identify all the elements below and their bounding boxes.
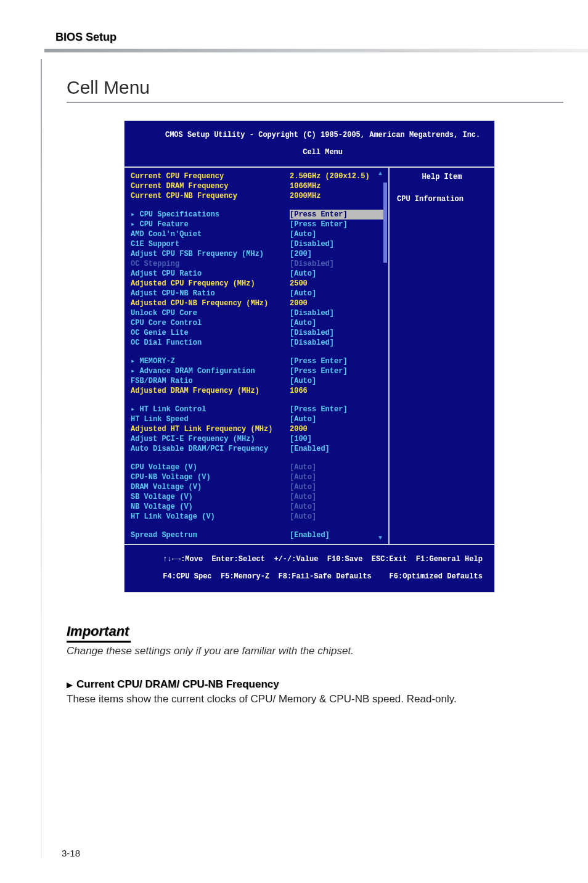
bios-setting-row: Current CPU-NB Frequency2000MHz xyxy=(131,191,383,201)
left-margin-rule xyxy=(41,59,42,858)
bios-setting-label: Adjust CPU FSB Frequency (MHz) xyxy=(131,249,290,259)
bios-setting-label: Auto Disable DRAM/PCI Frequency xyxy=(131,444,290,454)
bios-setting-label: HT Link Voltage (V) xyxy=(131,512,290,522)
bios-setting-label: AMD Cool'n'Quiet xyxy=(131,229,290,239)
bios-help-header: Help Item xyxy=(394,173,489,181)
bios-setting-label: C1E Support xyxy=(131,239,290,249)
bios-setting-row: FSB/DRAM Ratio[Auto] xyxy=(131,376,383,386)
important-underline xyxy=(67,641,131,643)
page-title-underline xyxy=(67,102,563,103)
bios-setting-value: [Press Enter] xyxy=(290,405,383,414)
bios-setting-value: [Auto] xyxy=(290,472,383,482)
bios-setting-value: [Auto] xyxy=(290,414,383,424)
bios-setting-label: Adjusted CPU-NB Frequency (MHz) xyxy=(131,298,290,308)
bios-setting-label: FSB/DRAM Ratio xyxy=(131,376,290,386)
bios-setting-row: C1E Support[Disabled] xyxy=(131,239,383,249)
bios-setting-value: [Disabled] xyxy=(290,239,383,249)
bios-setting-label: Adjust PCI-E Frequency (MHz) xyxy=(131,434,290,444)
scroll-up-icon: ▲ xyxy=(378,170,382,177)
bios-setting-value: [Disabled] xyxy=(290,338,383,348)
bios-setting-row: NB Voltage (V)[Auto] xyxy=(131,502,383,512)
important-note: Change these settings only if you are fa… xyxy=(67,645,563,657)
bios-setting-label: DRAM Voltage (V) xyxy=(131,482,290,492)
header-rule xyxy=(44,49,588,52)
bios-setting-row: OC Genie Lite[Disabled] xyxy=(131,328,383,338)
bios-setting-label: OC Dial Function xyxy=(131,338,290,348)
bios-setting-label: NB Voltage (V) xyxy=(131,502,290,512)
bios-settings-panel: Current CPU Frequency2.50GHz (200x12.5)C… xyxy=(125,168,388,544)
bios-setting-value: 2000MHz xyxy=(290,191,383,201)
bios-setting-row: ▸ MEMORY-Z[Press Enter] xyxy=(131,356,383,366)
bios-setting-value: [Auto] xyxy=(290,502,383,512)
bios-setting-label: Spread Spectrum xyxy=(131,530,290,540)
bios-setting-row: AMD Cool'n'Quiet[Auto] xyxy=(131,229,383,239)
bios-footer-hints: ↑↓←→:Move Enter:Select +/-/:Value F10:Sa… xyxy=(125,544,494,592)
bios-setting-row: SB Voltage (V)[Auto] xyxy=(131,492,383,502)
bios-setting-value: 1066 xyxy=(290,386,383,396)
bios-setting-row: Current DRAM Frequency1066MHz xyxy=(131,181,383,191)
bios-setting-label: Unlock CPU Core xyxy=(131,308,290,318)
bios-setting-value: 2000 xyxy=(290,298,383,308)
important-heading: Important xyxy=(67,623,129,639)
bios-setting-value: 2500 xyxy=(290,279,383,289)
bios-footer-line2: F4:CPU Spec F5:Memory-Z F8:Fail-Safe Def… xyxy=(163,572,482,581)
bios-setting-value: [Auto] xyxy=(290,376,383,386)
bios-setting-label: ▸ CPU Specifications xyxy=(131,210,290,220)
bios-setting-value: [Disabled] xyxy=(290,259,383,269)
page-number: 3-18 xyxy=(62,848,80,858)
bios-title-line2: Cell Menu xyxy=(303,148,343,157)
bios-setting-label: SB Voltage (V) xyxy=(131,492,290,502)
bios-setting-row: OC Dial Function[Disabled] xyxy=(131,338,383,348)
bios-setting-row: Adjust PCI-E Frequency (MHz)[100] xyxy=(131,434,383,444)
bios-setting-label: Adjust CPU-NB Ratio xyxy=(131,289,290,298)
bios-setting-row: Adjusted DRAM Frequency (MHz)1066 xyxy=(131,386,383,396)
bios-setting-label: CPU-NB Voltage (V) xyxy=(131,472,290,482)
bios-setting-row: Adjust CPU FSB Frequency (MHz)[200] xyxy=(131,249,383,259)
bios-setting-label: ▸ Advance DRAM Configuration xyxy=(131,366,290,376)
bios-setting-value: [Auto] xyxy=(290,269,383,279)
bios-setting-label: Current DRAM Frequency xyxy=(131,181,290,191)
bios-scrollbar xyxy=(383,171,387,540)
bios-titlebar: CMOS Setup Utility - Copyright (C) 1985-… xyxy=(125,121,494,168)
setting-item-body: These items show the current clocks of C… xyxy=(67,693,563,705)
bios-setting-label: ▸ MEMORY-Z xyxy=(131,356,290,366)
bios-setting-row: CPU-NB Voltage (V)[Auto] xyxy=(131,472,383,482)
bios-setting-row: Adjust CPU Ratio[Auto] xyxy=(131,269,383,279)
bios-setting-row: ▸ HT Link Control[Press Enter] xyxy=(131,405,383,414)
bios-setting-row: Adjusted HT Link Frequency (MHz)2000 xyxy=(131,424,383,434)
bios-setting-label: OC Genie Lite xyxy=(131,328,290,338)
bios-setting-value: [Press Enter] xyxy=(290,210,383,220)
bios-setting-label: Adjusted CPU Frequency (MHz) xyxy=(131,279,290,289)
bios-setting-value: [Auto] xyxy=(290,492,383,502)
bios-setting-row: Adjust CPU-NB Ratio[Auto] xyxy=(131,289,383,298)
bios-setting-value: [Enabled] xyxy=(290,530,383,540)
bios-title-line1: CMOS Setup Utility - Copyright (C) 1985-… xyxy=(165,131,480,139)
bios-setting-label: Adjusted HT Link Frequency (MHz) xyxy=(131,424,290,434)
bios-setting-row: ▸ CPU Feature[Press Enter] xyxy=(131,220,383,229)
bios-setting-row: DRAM Voltage (V)[Auto] xyxy=(131,482,383,492)
bios-setting-value: [Auto] xyxy=(290,229,383,239)
setting-item-title: Current CPU/ DRAM/ CPU-NB Frequency xyxy=(76,678,279,690)
bios-help-panel: Help Item CPU Information xyxy=(388,168,494,544)
bios-setting-value: [Press Enter] xyxy=(290,356,383,366)
bios-setting-value: [100] xyxy=(290,434,383,444)
bios-setting-label: CPU Voltage (V) xyxy=(131,462,290,472)
bios-setting-value: [Enabled] xyxy=(290,444,383,454)
bios-setting-row: CPU Voltage (V)[Auto] xyxy=(131,462,383,472)
bios-setting-row: ▸ Advance DRAM Configuration[Press Enter… xyxy=(131,366,383,376)
bios-footer-line1: ↑↓←→:Move Enter:Select +/-/:Value F10:Sa… xyxy=(163,555,482,564)
bios-setting-row: Adjusted CPU-NB Frequency (MHz)2000 xyxy=(131,298,383,308)
bios-help-body: CPU Information xyxy=(394,195,489,203)
bios-setting-label: Adjusted DRAM Frequency (MHz) xyxy=(131,386,290,396)
bios-setting-row: Adjusted CPU Frequency (MHz)2500 xyxy=(131,279,383,289)
bios-setting-row: CPU Core Control[Auto] xyxy=(131,318,383,328)
bios-setting-label: ▸ CPU Feature xyxy=(131,220,290,229)
page-section-header: BIOS Setup xyxy=(55,31,563,44)
bios-setting-row: Spread Spectrum[Enabled] xyxy=(131,530,383,540)
bios-setting-value: [Auto] xyxy=(290,289,383,298)
bios-setting-value: [Auto] xyxy=(290,482,383,492)
bios-setting-label: Current CPU-NB Frequency xyxy=(131,191,290,201)
bios-setting-value: 2000 xyxy=(290,424,383,434)
bios-setting-label: Current CPU Frequency xyxy=(131,171,290,181)
bios-setting-value: [Disabled] xyxy=(290,308,383,318)
